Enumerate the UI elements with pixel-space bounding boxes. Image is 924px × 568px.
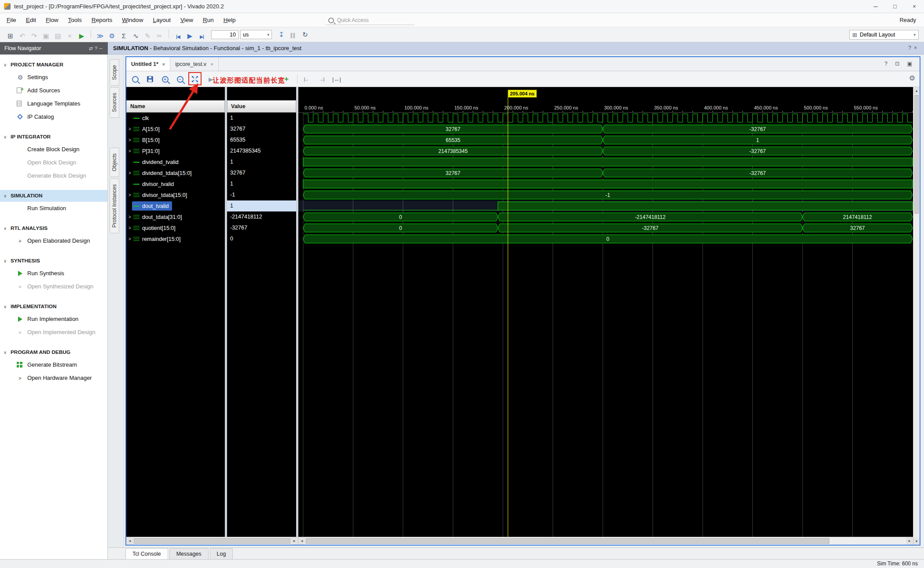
help-icon[interactable]: ?: [884, 61, 891, 67]
sidebar-section-project-manager[interactable]: ∨PROJECT MANAGER: [0, 59, 107, 71]
menu-layout[interactable]: Layout: [148, 13, 176, 27]
sidebar-item-language-templates[interactable]: Language Templates: [0, 97, 107, 110]
scroll-down-icon[interactable]: ▾: [913, 538, 920, 545]
float-panel-icon[interactable]: ⊡: [895, 61, 902, 67]
span-markers-icon[interactable]: |↔|: [331, 74, 342, 84]
name-column-header[interactable]: Name: [126, 100, 225, 113]
run-for-time-icon[interactable]: ▶|: [196, 34, 208, 39]
bottom-tab-log[interactable]: Log: [210, 548, 233, 559]
signal-row-a-15-0[interactable]: >A[15:0]: [126, 124, 225, 135]
signal-row-p-31-0[interactable]: >P[31:0]: [126, 146, 225, 157]
tab-untitled-1[interactable]: Untitled 1*×: [126, 57, 170, 71]
sidebar-item-open-block-design[interactable]: Open Block Design: [0, 156, 107, 169]
signal-row-dividend-tvalid[interactable]: dividend_tvalid: [126, 157, 225, 167]
signal-value-b-15-0[interactable]: 65535: [227, 135, 296, 146]
expand-icon[interactable]: >: [128, 193, 132, 197]
sim-runtime-unit-select[interactable]: us▾: [240, 30, 272, 39]
minimize-button[interactable]: ─: [866, 0, 885, 13]
signal-value-clk[interactable]: 1: [227, 113, 296, 124]
menu-file[interactable]: File: [2, 13, 21, 27]
menu-view[interactable]: View: [176, 13, 198, 27]
sidebar-section-implementation[interactable]: ∨IMPLEMENTATION: [0, 301, 107, 313]
vertical-scrollbar-thumb[interactable]: [914, 95, 919, 214]
signal-row-b-15-0[interactable]: >B[15:0]: [126, 135, 225, 146]
layout-select[interactable]: ⊞ Default Layout ▾: [849, 30, 919, 40]
expand-icon[interactable]: >: [128, 138, 132, 142]
expand-icon[interactable]: >: [128, 149, 132, 153]
sidebar-item-run-synthesis[interactable]: Run Synthesis: [0, 267, 107, 280]
tab-ipcore-test-v[interactable]: ipcore_test.v×: [170, 57, 218, 71]
signal-row-quotient-15-0[interactable]: >quotient[15:0]: [126, 222, 225, 233]
scrollbar-thumb[interactable]: [306, 538, 829, 544]
sidebar-item-generate-block-design[interactable]: Generate Block Design: [0, 169, 107, 182]
panel-tab-protocol-instances[interactable]: Protocol Instances: [110, 178, 119, 233]
quick-access-search[interactable]: Quick Access: [326, 16, 414, 25]
panel-tab-objects[interactable]: Objects: [110, 148, 119, 177]
sidebar-section-rtl-analysis[interactable]: ∨RTL ANALYSIS: [0, 222, 107, 234]
expand-icon[interactable]: >: [128, 226, 132, 230]
bottom-tab-messages[interactable]: Messages: [169, 548, 209, 559]
open-recent-icon[interactable]: ⊞: [4, 32, 16, 40]
help-icon[interactable]: ?: [908, 45, 914, 51]
signal-value-dividend-tvalid[interactable]: 1: [227, 157, 296, 167]
sidebar-item-create-block-design[interactable]: Create Block Design: [0, 143, 107, 156]
signal-row-dout-tvalid[interactable]: dout_tvalid: [126, 200, 225, 211]
minimize-panel-icon[interactable]: ─: [99, 46, 104, 51]
menu-help[interactable]: Help: [219, 13, 241, 27]
sidebar-item-settings[interactable]: ⚙Settings: [0, 71, 107, 84]
sidebar-item-open-elaborated-design[interactable]: >Open Elaborated Design: [0, 234, 107, 248]
sidebar-item-generate-bitstream[interactable]: Generate Bitstream: [0, 358, 107, 371]
maximize-button[interactable]: □: [885, 0, 905, 13]
sidebar-item-open-synthesized-design[interactable]: >Open Synthesized Design: [0, 280, 107, 293]
run-flow-icon[interactable]: ▶: [76, 32, 88, 40]
tab-close-icon[interactable]: ×: [162, 62, 165, 67]
signal-value-quotient-15-0[interactable]: -32767: [227, 222, 296, 233]
panel-tab-sources[interactable]: Sources: [110, 87, 119, 118]
expand-icon[interactable]: >: [128, 237, 132, 241]
scroll-up-icon[interactable]: ▴: [913, 87, 920, 94]
signal-value-remainder-15-0[interactable]: 0: [227, 233, 296, 244]
find-icon[interactable]: [130, 74, 140, 84]
tab-close-icon[interactable]: ×: [210, 62, 213, 67]
signal-row-divisor-tvalid[interactable]: divisor_tvalid: [126, 178, 225, 189]
close-icon[interactable]: ×: [914, 45, 920, 51]
signal-value-a-15-0[interactable]: 32767: [227, 124, 296, 135]
menu-reports[interactable]: Reports: [87, 13, 117, 27]
menu-run[interactable]: Run: [198, 13, 219, 27]
step-flow-icon[interactable]: ≫: [94, 32, 106, 40]
close-button[interactable]: ×: [905, 0, 924, 13]
step-icon[interactable]: ↧: [275, 31, 287, 39]
signal-row-remainder-15-0[interactable]: >remainder[15:0]: [126, 233, 225, 244]
signal-value-divisor-tdata-15-0[interactable]: -1: [227, 189, 296, 200]
zoom-in-icon[interactable]: +: [160, 74, 170, 84]
sidebar-item-add-sources[interactable]: Add Sources: [0, 84, 107, 97]
next-transition-icon[interactable]: →|: [316, 74, 327, 84]
sidebar-item-run-simulation[interactable]: Run Simulation: [0, 202, 107, 215]
signal-value-p-31-0[interactable]: 2147385345: [227, 146, 296, 157]
sidebar-item-ip-catalog[interactable]: IP Catalog: [0, 110, 107, 124]
settings-icon[interactable]: ⚙: [106, 32, 118, 40]
vertical-scrollbar[interactable]: ▴ ▾: [913, 87, 920, 545]
signal-value-divisor-tvalid[interactable]: 1: [227, 178, 296, 189]
signal-row-divisor-tdata-15-0[interactable]: >divisor_tdata[15:0]: [126, 189, 225, 200]
sum-icon[interactable]: Σ: [118, 32, 130, 40]
previous-transition-icon[interactable]: |←: [301, 74, 312, 84]
menu-flow[interactable]: Flow: [41, 13, 63, 27]
menu-edit[interactable]: Edit: [21, 13, 41, 27]
help-icon[interactable]: ?: [95, 46, 99, 51]
maximize-panel-icon[interactable]: ▣: [907, 61, 915, 67]
name-column-scrollbar[interactable]: ◂ ▸: [126, 537, 298, 545]
signal-row-dividend-tdata-15-0[interactable]: >dividend_tdata[15:0]: [126, 167, 225, 178]
sidebar-item-open-implemented-design[interactable]: >Open Implemented Design: [0, 326, 107, 339]
scroll-left-icon[interactable]: ◂: [126, 537, 133, 545]
sidebar-item-run-implementation[interactable]: Run Implementation: [0, 313, 107, 326]
expand-icon[interactable]: >: [128, 171, 132, 175]
menu-window[interactable]: Window: [117, 13, 148, 27]
scroll-left-icon[interactable]: ◂: [298, 537, 305, 545]
save-waveform-icon[interactable]: [145, 74, 155, 84]
signal-value-dout-tdata-31-0[interactable]: -2147418112: [227, 211, 296, 222]
expand-icon[interactable]: >: [128, 127, 132, 131]
sidebar-section-synthesis[interactable]: ∨SYNTHESIS: [0, 255, 107, 267]
sidebar-section-program-and-debug[interactable]: ∨PROGRAM AND DEBUG: [0, 346, 107, 358]
waveform-scrollbar[interactable]: ◂ ▸: [298, 537, 913, 545]
